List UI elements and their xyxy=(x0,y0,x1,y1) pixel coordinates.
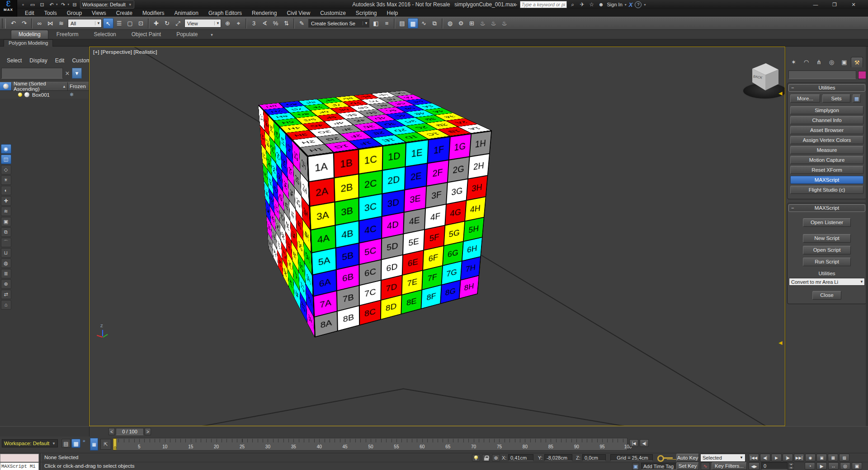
key-filters-curve-icon[interactable]: ∿ xyxy=(701,462,710,470)
communication-center-icon[interactable]: ✈ xyxy=(579,1,586,8)
ribbon-options-icon[interactable]: ▾ xyxy=(206,33,218,39)
utilities-tab[interactable]: ⚒ xyxy=(851,57,863,67)
use-pivot-point-center-icon[interactable]: ⊕ xyxy=(222,18,233,28)
previous-key-icon[interactable]: |◀ xyxy=(629,439,638,447)
reference-coordinate-system-combo[interactable]: View▼ xyxy=(184,19,221,28)
menu-animation[interactable]: Animation xyxy=(170,9,203,17)
ribbon-tab-modeling[interactable]: Modeling xyxy=(11,30,48,39)
select-by-name-icon[interactable]: ☰ xyxy=(114,18,124,28)
spinner-down-icon[interactable]: ▼ xyxy=(788,466,794,470)
ribbon-tab-freeform[interactable]: Freeform xyxy=(49,30,86,39)
auto-key-button[interactable]: Auto Key xyxy=(676,454,699,462)
explorer-display-xrefs-icon[interactable]: ⧉ xyxy=(1,227,11,237)
menu-group[interactable]: Group xyxy=(63,9,86,17)
box001-object[interactable]: 1A1B1C1D1E1F1G1H2A2B2C2D2E2F2G2H3A3B3C3D… xyxy=(282,114,449,281)
spinner-up-icon[interactable]: ▲ xyxy=(788,462,794,466)
save-file-icon[interactable]: ⊡ xyxy=(38,1,46,8)
explorer-find-case-icon[interactable]: ≣ xyxy=(1,269,11,278)
select-and-rotate-icon[interactable]: ↻ xyxy=(162,18,172,28)
utility-button-maxscript[interactable]: MAXScript xyxy=(790,176,863,184)
hierarchy-tab[interactable]: ⋔ xyxy=(813,57,825,67)
render-production-icon[interactable]: ♨ xyxy=(477,18,488,28)
explorer-display-shapes-icon[interactable]: ◇ xyxy=(1,165,11,174)
header-name-column[interactable]: Name (Sorted Ascending)▲ xyxy=(12,81,67,92)
menu-create[interactable]: Create xyxy=(112,9,137,17)
selection-arrow-icon[interactable]: ▶ xyxy=(816,462,827,470)
workspace-combo[interactable]: Workspace: Default▼ xyxy=(2,439,58,447)
clear-search-icon[interactable]: ✕ xyxy=(64,70,71,77)
maxscript-mini-listener-pink[interactable] xyxy=(0,454,39,462)
user-icon[interactable]: ☻ xyxy=(598,1,605,8)
undo-qat-icon-caret[interactable]: ▾ xyxy=(56,3,58,6)
create-tab[interactable]: ✶ xyxy=(788,57,800,67)
explorer-display-influences-icon[interactable]: ◉ xyxy=(1,144,11,154)
utility-button-motion-capture[interactable]: Motion Capture xyxy=(790,156,863,164)
scene-explorer-row-box001[interactable]: Box001 ❄ xyxy=(0,91,89,99)
selection-filter-combo[interactable]: All▼ xyxy=(68,19,102,28)
polygon-modeling-panel[interactable]: Polygon Modeling xyxy=(4,39,53,47)
close-button[interactable]: Close xyxy=(812,291,841,300)
rendered-frame-window-icon[interactable]: ⊞ xyxy=(467,18,477,28)
next-frame-icon[interactable]: |▶ xyxy=(783,454,793,461)
menu-views[interactable]: Views xyxy=(88,9,110,17)
more-button[interactable]: More... xyxy=(790,94,820,103)
ribbon-tab-selection[interactable]: Selection xyxy=(86,30,123,39)
select-and-link-icon[interactable]: ∞ xyxy=(34,18,45,28)
object-name[interactable]: Box001 xyxy=(32,92,70,98)
favorites-star-icon[interactable]: ☆ xyxy=(588,1,595,8)
explorer-menu-edit[interactable]: Edit xyxy=(55,57,65,64)
mirror-icon[interactable]: ◧ xyxy=(371,18,381,28)
render-setup-icon[interactable]: ⚙ xyxy=(456,18,466,28)
explorer-select-children-icon[interactable]: ⊕ xyxy=(1,279,11,289)
redo-qat-icon-caret[interactable]: ▾ xyxy=(68,3,70,6)
angle-snap-toggle-icon[interactable]: ∢ xyxy=(259,18,270,28)
undo-qat-icon[interactable]: ↶ xyxy=(47,1,56,8)
select-and-scale-icon[interactable]: ⤢ xyxy=(173,18,183,28)
explorer-display-lights-icon[interactable]: ☀ xyxy=(1,175,11,185)
scene-explorer-toggle-icon[interactable]: ▦ xyxy=(71,439,80,448)
go-to-start-icon[interactable]: |◀◀ xyxy=(749,454,759,461)
explorer-lock-icon[interactable]: ⌂ xyxy=(1,300,11,310)
layer-explorer-icon[interactable]: ▤ xyxy=(61,439,71,448)
motion-tab[interactable]: ◎ xyxy=(826,57,838,67)
search-expand-icon[interactable]: ▸ xyxy=(515,2,518,7)
menu-scripting[interactable]: Scripting xyxy=(352,9,381,17)
explorer-display-spacewarps-icon[interactable]: ≋ xyxy=(1,207,11,216)
exchange-icon[interactable]: X xyxy=(629,1,633,8)
edit-named-selection-sets-icon[interactable]: ✎ xyxy=(297,18,307,28)
utility-button-assign-vertex-colors[interactable]: Assign Vertex Colors xyxy=(790,136,863,144)
zoom-view-icon[interactable]: ◎ xyxy=(840,462,850,470)
explorer-display-helpers-icon[interactable]: ✚ xyxy=(1,196,11,206)
perspective-viewport[interactable]: [+] [Perspective] [Realistic] BACK ◀ ◀ Z… xyxy=(89,47,785,426)
curve-editor-icon[interactable]: ∿ xyxy=(419,18,429,28)
explorer-display-geometry-icon[interactable]: ◫ xyxy=(1,155,11,164)
z-coord-field[interactable]: 0,0cm xyxy=(582,454,606,461)
set-key-button[interactable]: Set Key xyxy=(676,462,699,470)
render-online-icon[interactable]: ♨ xyxy=(499,18,509,28)
undo-icon[interactable]: ↶ xyxy=(8,18,19,28)
minimize-button[interactable]: — xyxy=(809,2,822,7)
menu-edit[interactable]: Edit xyxy=(21,9,38,17)
track-bar-ruler[interactable]: 5101520253035404550556065707580859095100… xyxy=(113,438,627,451)
explorer-menu-select[interactable]: Select xyxy=(7,57,22,64)
selected-filter-combo[interactable]: Selected▼ xyxy=(700,454,745,462)
select-and-move-icon[interactable]: ✚ xyxy=(151,18,161,28)
scene-explorer-search-input[interactable] xyxy=(1,68,63,79)
redo-icon[interactable]: ↷ xyxy=(19,18,29,28)
utility-button-measure[interactable]: Measure xyxy=(790,146,863,154)
maxscript-button-new-script[interactable]: New Script xyxy=(803,234,851,243)
maxscript-utility-combo[interactable]: Convert to mr Area Li▼ xyxy=(789,278,865,286)
offset-keys-icon[interactable]: ▧ xyxy=(839,454,849,461)
menu-tools[interactable]: Tools xyxy=(40,9,61,17)
modify-tab[interactable]: ◠ xyxy=(800,57,812,67)
align-icon[interactable]: ≡ xyxy=(382,18,392,28)
utility-button-flight-studio-c[interactable]: Flight Studio (c) xyxy=(790,186,863,194)
spinner-snap-toggle-icon[interactable]: ⇅ xyxy=(281,18,292,28)
explorer-display-containers-icon[interactable]: ⊔ xyxy=(1,248,11,258)
restore-button[interactable]: ❐ xyxy=(828,2,841,8)
frame-spinner[interactable]: ▲▼ xyxy=(788,462,794,469)
utility-button-reset-xform[interactable]: Reset XForm xyxy=(790,166,863,174)
explorer-menu-display[interactable]: Display xyxy=(29,57,47,64)
percent-snap-toggle-icon[interactable]: % xyxy=(270,18,281,28)
maxscript-rollout-header[interactable]: −MAXScript xyxy=(788,204,865,212)
